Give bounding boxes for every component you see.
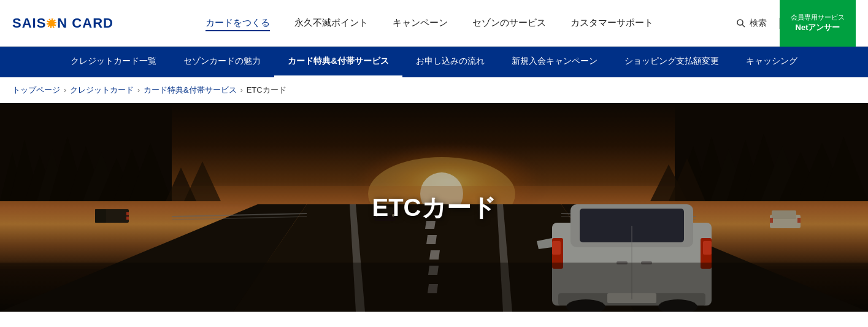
sub-nav-saison-appeal[interactable]: セゾンカードの魅力 [170, 47, 274, 77]
sub-nav-card-list[interactable]: クレジットカード一覧 [57, 47, 170, 77]
search-button[interactable]: 検索 [724, 18, 780, 29]
menu-item-customer-support[interactable]: カスタマーサポート [570, 17, 653, 29]
top-navigation: SAISN CARD カードをつくる 永久不滅ポイント キャンペーン セゾンのサ… [0, 0, 868, 47]
menu-item-saison-services[interactable]: セゾンのサービス [472, 17, 546, 29]
search-icon [736, 18, 746, 28]
sub-nav-shopping-payment[interactable]: ショッピング支払額変更 [611, 47, 732, 77]
menu-item-campaign[interactable]: キャンペーン [393, 17, 448, 29]
breadcrumb-credit-card[interactable]: クレジットカード [70, 85, 134, 96]
breadcrumb-sep-2: › [137, 86, 140, 94]
menu-item-permanent-points[interactable]: 永久不滅ポイント [294, 17, 368, 29]
breadcrumb-sep-1: › [64, 86, 66, 94]
site-logo[interactable]: SAISN CARD [12, 15, 135, 31]
breadcrumb-sep-3: › [240, 86, 243, 94]
svg-point-0 [737, 20, 743, 25]
breadcrumb: トップページ › クレジットカード › カード特典&付帯サービス › ETCカー… [0, 77, 868, 103]
sub-nav-card-benefits[interactable]: カード特典&付帯サービス [274, 47, 402, 77]
svg-rect-74 [0, 263, 868, 312]
sub-nav-application-flow[interactable]: お申し込みの流れ [402, 47, 498, 77]
top-nav-right: 検索 会員専用サービス Netアンサー [724, 0, 856, 47]
search-label: 検索 [750, 18, 767, 29]
breadcrumb-current: ETCカード [247, 85, 286, 96]
sub-nav-new-membership[interactable]: 新規入会キャンペーン [498, 47, 611, 77]
sub-navigation: クレジットカード一覧 セゾンカードの魅力 カード特典&付帯サービス お申し込みの… [0, 47, 868, 77]
sub-nav-cashing[interactable]: キャッシング [732, 47, 811, 77]
hero-title: ETCカード [372, 191, 496, 225]
breadcrumb-card-benefits[interactable]: カード特典&付帯サービス [144, 85, 237, 96]
svg-line-1 [742, 25, 745, 27]
breadcrumb-top[interactable]: トップページ [12, 85, 60, 96]
net-answer-label-bottom: Netアンサー [796, 22, 840, 33]
main-menu: カードをつくる 永久不滅ポイント キャンペーン セゾンのサービス カスタマーサポ… [135, 17, 724, 29]
net-answer-label-top: 会員専用サービス [791, 13, 845, 22]
hero-section: ETCカード [0, 103, 868, 312]
menu-item-make-card[interactable]: カードをつくる [205, 17, 270, 29]
net-answer-button[interactable]: 会員専用サービス Netアンサー [780, 0, 856, 47]
logo-text: SAISN CARD [12, 15, 113, 31]
